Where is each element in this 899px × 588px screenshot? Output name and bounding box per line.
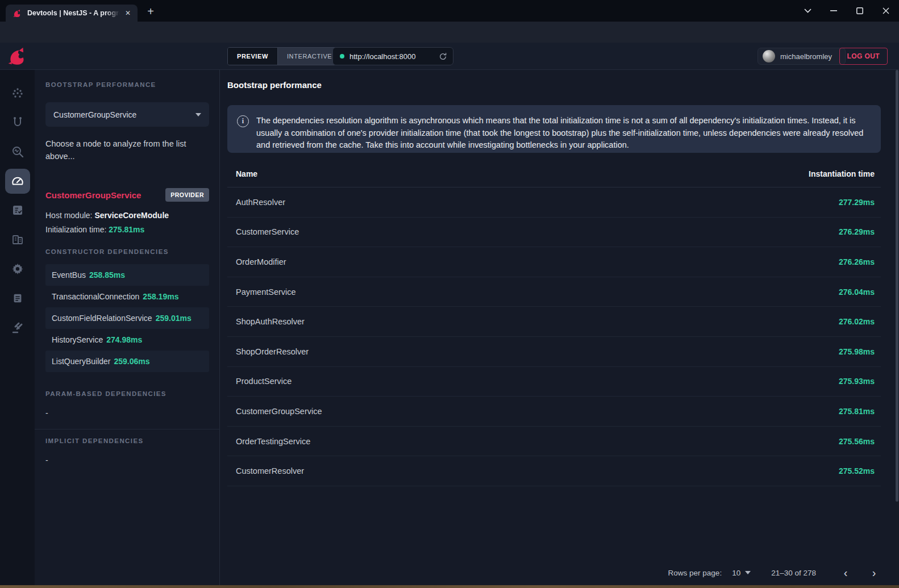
dep-name: ListQueryBuilder: [52, 357, 111, 366]
row-name: AuthResolver: [236, 198, 839, 207]
page-scrollbar[interactable]: [896, 70, 898, 585]
sidebar-item-docs[interactable]: [5, 286, 30, 311]
table-row[interactable]: ShopAuthResolver276.02ms: [227, 307, 881, 337]
dep-time: 259.01ms: [156, 314, 192, 323]
host-module-value: ServiceCoreModule: [94, 211, 169, 220]
maximize-button[interactable]: [847, 2, 873, 19]
row-name: ProductService: [236, 377, 839, 386]
new-tab-button[interactable]: +: [144, 6, 157, 18]
table-row[interactable]: PaymentService276.04ms: [227, 277, 881, 307]
column-instantiation-time: Instantiation time: [809, 169, 875, 178]
host-module-line: Host module: ServiceCoreModule: [45, 211, 169, 220]
init-time-value: 275.81ms: [109, 225, 144, 234]
nestjs-logo-icon[interactable]: [0, 43, 35, 70]
table-row[interactable]: OrderTestingService275.56ms: [227, 427, 881, 457]
table-row[interactable]: CustomerResolver275.52ms: [227, 456, 881, 486]
sidebar-item-performance[interactable]: [5, 169, 30, 194]
refresh-target-icon[interactable]: [439, 52, 447, 61]
node-select-value: CustomerGroupService: [53, 110, 195, 119]
info-banner: i The dependencies resolution algorithm …: [227, 105, 881, 153]
chevron-down-icon: [195, 113, 201, 116]
row-time: 275.52ms: [839, 466, 875, 476]
row-name: OrderModifier: [236, 257, 839, 266]
interactive-tab[interactable]: INTERACTIVE: [277, 48, 341, 65]
tab-title: Devtools | NestJS - A progressive: [27, 9, 123, 17]
nestjs-favicon-icon: [13, 9, 22, 18]
table-row[interactable]: ProductService275.93ms: [227, 367, 881, 397]
dep-time: 274.98ms: [106, 335, 142, 344]
next-page-button[interactable]: ›: [867, 566, 881, 579]
dep-time: 258.19ms: [143, 292, 178, 301]
logout-button[interactable]: LOG OUT: [839, 48, 888, 65]
pagination-range: 21–30 of 278: [771, 569, 816, 577]
dep-list-item[interactable]: ListQueryBuilder259.06ms: [45, 351, 209, 372]
row-time: 275.81ms: [839, 407, 875, 416]
constructor-deps-list: EventBus258.85ms TransactionalConnection…: [45, 264, 209, 372]
implicit-deps-title: IMPLICIT DEPENDENCIES: [45, 437, 144, 444]
init-time-label: Initialization time:: [45, 225, 109, 234]
performance-table: Name Instantiation time AuthResolver277.…: [227, 161, 881, 486]
dep-list-item[interactable]: CustomFieldRelationService259.01ms: [45, 307, 209, 329]
row-name: ShopOrderResolver: [236, 347, 839, 356]
node-select-dropdown[interactable]: CustomerGroupService: [45, 102, 209, 127]
row-time: 276.02ms: [839, 317, 875, 326]
param-deps-title: PARAM-BASED DEPENDENCIES: [45, 390, 167, 397]
sidebar-item-modules[interactable]: [5, 227, 30, 252]
browser-toolbar: devtools.nestjs.com/bootstrap-performanc…: [0, 22, 899, 43]
node-header: CustomerGroupService PROVIDER: [45, 188, 209, 202]
row-time: 276.29ms: [839, 227, 875, 236]
dep-name: TransactionalConnection: [52, 292, 139, 301]
sidebar-item-audit[interactable]: [5, 198, 30, 223]
row-name: CustomerResolver: [236, 466, 839, 476]
sidebar-item-flow[interactable]: [5, 110, 30, 135]
minimize-button[interactable]: [821, 2, 847, 19]
row-name: ShopAuthResolver: [236, 317, 839, 326]
desktop-edge: [0, 585, 899, 588]
constructor-deps-title: CONSTRUCTOR DEPENDENCIES: [45, 248, 169, 255]
table-row[interactable]: OrderModifier276.26ms: [227, 247, 881, 277]
sidebar-item-inspect[interactable]: [5, 139, 30, 164]
bootstrap-panel: BOOTSTRAP PERFORMANCE CustomerGroupServi…: [35, 70, 220, 585]
sidebar-item-settings[interactable]: [5, 256, 30, 281]
previous-page-button[interactable]: ‹: [839, 566, 852, 579]
browser-tab-strip: Devtools | NestJS - A progressive ✕ +: [0, 0, 899, 22]
dep-list-item[interactable]: EventBus258.85ms: [45, 264, 209, 286]
panel-title: BOOTSTRAP PERFORMANCE: [45, 81, 156, 88]
icon-sidebar: [0, 70, 35, 585]
divider: [35, 429, 220, 429]
user-menu[interactable]: michaelbromley: [758, 48, 846, 65]
close-window-button[interactable]: [873, 2, 899, 19]
scrollbar-thumb[interactable]: [896, 70, 898, 502]
sidebar-item-gavel[interactable]: [5, 315, 30, 340]
implicit-deps-empty: -: [45, 456, 48, 465]
row-time: 276.26ms: [839, 257, 875, 266]
row-time: 275.93ms: [839, 377, 875, 386]
table-row[interactable]: CustomerGroupService275.81ms: [227, 397, 881, 427]
panel-hint: Choose a node to analyze from the list a…: [45, 138, 203, 162]
dep-list-item[interactable]: TransactionalConnection258.19ms: [45, 286, 209, 307]
page-title: Bootstrap performance: [227, 80, 322, 90]
tab-search-icon[interactable]: [794, 2, 821, 19]
table-row[interactable]: CustomerService276.29ms: [227, 218, 881, 248]
row-name: PaymentService: [236, 287, 839, 297]
row-time: 276.04ms: [839, 287, 875, 297]
host-module-label: Host module:: [45, 211, 94, 220]
row-time: 275.98ms: [839, 347, 875, 356]
table-row[interactable]: AuthResolver277.29ms: [227, 187, 881, 218]
table-pagination: Rows per page: 10 21–30 of 278 ‹ ›: [668, 558, 881, 585]
dep-time: 259.06ms: [114, 357, 150, 366]
dep-list-item[interactable]: HistoryService274.98ms: [45, 329, 209, 351]
status-dot-icon: [340, 54, 344, 59]
dep-name: EventBus: [52, 270, 86, 280]
row-name: CustomerService: [236, 227, 839, 236]
column-name: Name: [236, 169, 809, 178]
target-url-input[interactable]: http://localhost:8000: [332, 47, 453, 65]
preview-tab[interactable]: PREVIEW: [228, 48, 277, 65]
table-row[interactable]: ShopOrderResolver275.98ms: [227, 337, 881, 367]
tab-close-icon[interactable]: ✕: [123, 8, 133, 18]
rows-per-page-select[interactable]: 10: [732, 569, 751, 577]
info-text: The dependencies resolution algorithm is…: [256, 115, 872, 153]
sidebar-item-graph[interactable]: [5, 81, 30, 106]
node-name: CustomerGroupService: [45, 190, 165, 200]
browser-tab[interactable]: Devtools | NestJS - A progressive ✕: [6, 5, 138, 22]
